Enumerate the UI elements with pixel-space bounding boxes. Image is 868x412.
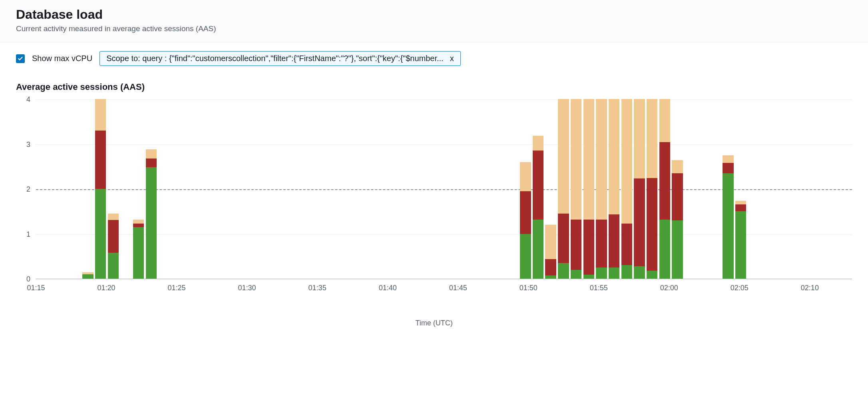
x-tick-label: 01:30 xyxy=(238,284,256,292)
bar-segment-tan xyxy=(672,160,683,173)
y-tick-label: 2 xyxy=(26,185,30,194)
scope-filter-chip[interactable]: Scope to: query : {"find":"customerscoll… xyxy=(100,51,461,66)
bar-segment-red xyxy=(596,220,607,267)
bar-segment-green xyxy=(583,275,594,279)
x-tick-label: 01:15 xyxy=(27,284,45,292)
plot-area[interactable] xyxy=(36,99,852,279)
chart-container: Average active sessions (AAS) 01234 01:1… xyxy=(0,70,868,334)
x-tick-label: 01:55 xyxy=(590,284,608,292)
x-tick-label: 02:05 xyxy=(731,284,749,292)
bar-segment-green xyxy=(634,266,645,279)
bar-segment-green xyxy=(621,265,632,279)
bar-segment-tan xyxy=(609,99,619,214)
bar-segment-tan xyxy=(108,214,119,220)
bar[interactable] xyxy=(95,99,106,279)
show-max-vcpu-checkbox[interactable] xyxy=(16,54,25,63)
bar[interactable] xyxy=(133,220,144,279)
bar-segment-green xyxy=(82,274,93,279)
bar-segment-tan xyxy=(146,149,157,158)
bar-segment-red xyxy=(533,151,543,219)
bar-segment-red xyxy=(558,214,569,263)
x-tick-label: 01:50 xyxy=(520,284,538,292)
bar-segment-red xyxy=(520,191,531,234)
chart-frame: 01234 xyxy=(16,99,852,279)
bar-segment-green xyxy=(558,263,569,279)
bar[interactable] xyxy=(596,99,607,279)
bar-segment-green xyxy=(723,173,733,279)
bar-segment-tan xyxy=(723,155,733,163)
bar[interactable] xyxy=(146,149,157,279)
show-max-vcpu-label: Show max vCPU xyxy=(32,54,92,63)
x-tick-label: 01:20 xyxy=(98,284,115,292)
bar-segment-tan xyxy=(545,225,556,259)
bar[interactable] xyxy=(533,136,543,279)
bar[interactable] xyxy=(723,155,733,279)
bar-segment-green xyxy=(520,234,531,279)
bar-segment-green xyxy=(659,220,670,279)
panel-header: Database load Current activity measured … xyxy=(0,0,868,42)
bar[interactable] xyxy=(545,225,556,279)
bar-segment-tan xyxy=(95,99,106,131)
x-tick-label: 01:25 xyxy=(168,284,186,292)
bar-segment-green xyxy=(647,271,657,279)
y-tick-label: 1 xyxy=(26,230,30,238)
bar[interactable] xyxy=(672,160,683,279)
bar[interactable] xyxy=(520,162,531,279)
bar-segment-green xyxy=(108,253,119,279)
x-tick-label: 02:00 xyxy=(660,284,678,292)
bar-segment-red xyxy=(723,163,733,173)
bar-segment-green xyxy=(672,220,683,279)
bar-segment-red xyxy=(545,259,556,276)
bar-segment-green xyxy=(596,267,607,279)
bar-segment-red xyxy=(95,131,106,189)
bar-segment-green xyxy=(545,275,556,279)
chart-title: Average active sessions (AAS) xyxy=(16,82,852,92)
bar-segment-green xyxy=(571,270,581,279)
bar-segment-tan xyxy=(735,201,746,204)
bar-segment-red xyxy=(108,220,119,253)
bar[interactable] xyxy=(82,272,93,279)
bar-segment-red xyxy=(672,173,683,220)
x-tick-label: 01:35 xyxy=(309,284,326,292)
bar-segment-red xyxy=(647,178,657,271)
y-tick-label: 0 xyxy=(26,275,30,283)
bar-segment-tan xyxy=(571,99,581,220)
bar-segment-red xyxy=(571,220,581,270)
y-axis-gutter: 01234 xyxy=(16,99,36,279)
bar[interactable] xyxy=(647,99,657,279)
bar-segment-green xyxy=(609,267,619,279)
bar-segment-red xyxy=(634,178,645,266)
bar-segment-tan xyxy=(634,99,645,178)
bar-segment-tan xyxy=(520,162,531,191)
bar[interactable] xyxy=(634,99,645,279)
bar-segment-tan xyxy=(133,220,144,224)
bar[interactable] xyxy=(659,99,670,279)
page-title: Database load xyxy=(16,7,852,22)
bar-segment-tan xyxy=(583,99,594,220)
scope-filter-text: Scope to: query : {"find":"customerscoll… xyxy=(106,54,444,63)
x-tick-label: 01:40 xyxy=(379,284,397,292)
bar-segment-red xyxy=(133,224,144,227)
bar-segment-tan xyxy=(647,99,657,178)
y-tick-label: 3 xyxy=(26,140,30,149)
page-subtitle: Current activity measured in average act… xyxy=(16,24,852,33)
controls-row: Show max vCPU Scope to: query : {"find":… xyxy=(0,42,868,70)
x-tick-label: 02:10 xyxy=(801,284,819,292)
bar-segment-green xyxy=(735,211,746,279)
bar[interactable] xyxy=(108,214,119,279)
bar[interactable] xyxy=(571,99,581,279)
bar[interactable] xyxy=(558,99,569,279)
bar[interactable] xyxy=(735,201,746,279)
bar-segment-tan xyxy=(659,99,670,142)
y-tick-label: 4 xyxy=(26,95,30,104)
bar-segment-red xyxy=(583,220,594,275)
scope-filter-clear-icon[interactable]: x xyxy=(448,54,454,63)
bar[interactable] xyxy=(583,99,594,279)
bar-segment-red xyxy=(146,158,157,168)
bar-segment-green xyxy=(146,167,157,279)
bar-segment-tan xyxy=(558,99,569,214)
bar[interactable] xyxy=(621,99,632,279)
bar[interactable] xyxy=(609,99,619,279)
bar-segment-red xyxy=(735,204,746,211)
bar-segment-green xyxy=(133,227,144,279)
